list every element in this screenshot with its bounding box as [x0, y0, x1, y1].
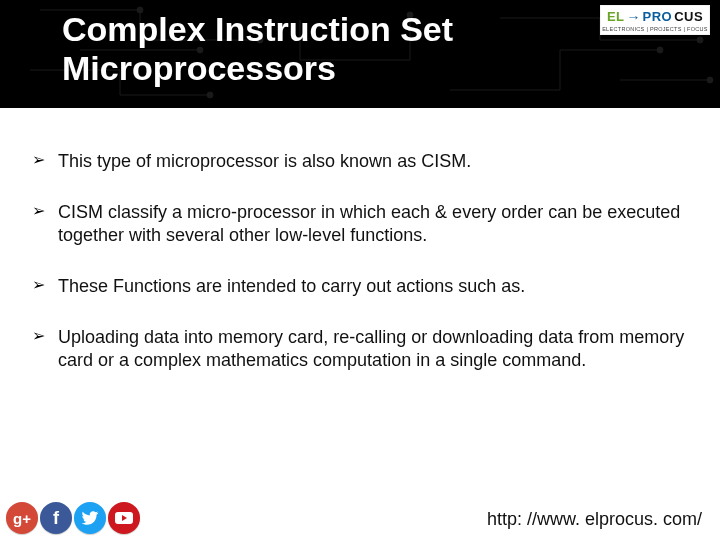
logo-part-cus: CUS [674, 9, 703, 24]
youtube-icon[interactable] [108, 502, 140, 534]
youtube-play-icon [115, 512, 133, 524]
google-plus-icon[interactable]: g+ [6, 502, 38, 534]
content-area: This type of microprocessor is also know… [0, 108, 720, 372]
brand-wordmark: EL → PRO CUS [607, 9, 703, 25]
list-item: These Functions are intended to carry ou… [28, 275, 692, 298]
facebook-icon[interactable]: f [40, 502, 72, 534]
bullet-list: This type of microprocessor is also know… [28, 150, 692, 372]
arrow-icon: → [627, 9, 641, 25]
gplus-label: g+ [13, 510, 31, 527]
logo-tagline: ELECTRONICS | PROJECTS | FOCUS [602, 26, 708, 32]
twitter-bird-icon [81, 509, 99, 527]
footer: g+ f http: //www. elprocus. com/ [0, 494, 720, 540]
social-icons: g+ f [6, 502, 140, 534]
list-item: CISM classify a micro-processor in which… [28, 201, 692, 247]
svg-point-2 [207, 92, 213, 98]
slide: Complex Instruction Set Microprocessors … [0, 0, 720, 540]
footer-url: http: //www. elprocus. com/ [487, 509, 702, 530]
logo-part-pro: PRO [643, 9, 673, 24]
fb-label: f [53, 508, 59, 529]
brand-logo: EL → PRO CUS ELECTRONICS | PROJECTS | FO… [600, 5, 710, 35]
twitter-icon[interactable] [74, 502, 106, 534]
list-item: This type of microprocessor is also know… [28, 150, 692, 173]
list-item: Uploading data into memory card, re-call… [28, 326, 692, 372]
logo-part-el: EL [607, 9, 625, 24]
